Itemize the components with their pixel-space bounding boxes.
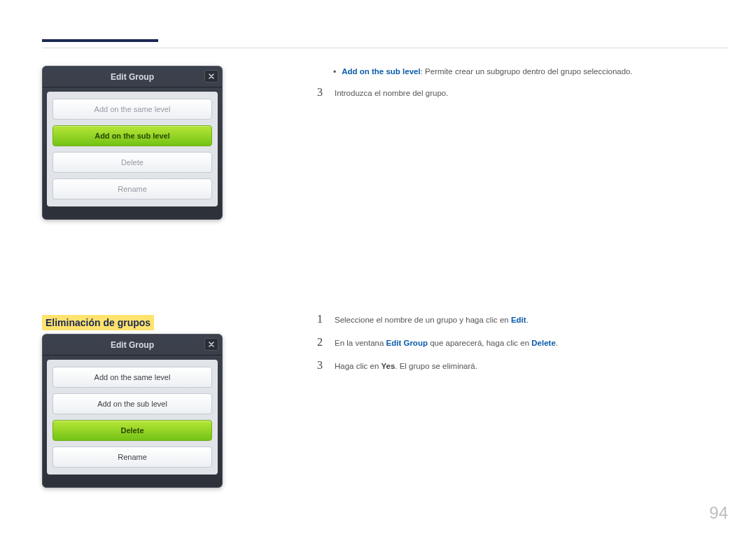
- close-button[interactable]: [204, 338, 218, 351]
- dialog-body: Add on the same level Add on the sub lev…: [47, 360, 218, 475]
- edit-group-dialog-delete: Edit Group Add on the same level Add on …: [42, 334, 223, 488]
- step-row-3: 3 Haga clic en Yes. El grupo se eliminar…: [315, 360, 721, 372]
- dialog-body: Add on the same level Add on the sub lev…: [47, 92, 218, 206]
- option-rename[interactable]: Rename: [52, 178, 212, 199]
- dialog-titlebar: Edit Group: [43, 66, 222, 87]
- page-number: 94: [709, 503, 728, 523]
- step-text: Introduzca el nombre del grupo.: [335, 87, 448, 99]
- dialog-title: Edit Group: [111, 72, 154, 82]
- t: que aparecerá, haga clic en: [428, 339, 531, 347]
- step-number: 3: [315, 360, 325, 371]
- option-add-sub-level[interactable]: Add on the sub level: [52, 393, 212, 414]
- step-text: Haga clic en Yes. El grupo se eliminará.: [335, 360, 477, 372]
- option-rename[interactable]: Rename: [52, 447, 212, 468]
- top-right-content: • Add on the sub level: Permite crear un…: [315, 67, 721, 110]
- option-add-same-level[interactable]: Add on the same level: [52, 99, 212, 120]
- option-add-same-level[interactable]: Add on the same level: [52, 367, 212, 388]
- t: Edit Group: [386, 339, 428, 347]
- step-row-3-top: 3 Introduzca el nombre del grupo.: [315, 87, 721, 99]
- step-number: 3: [315, 87, 325, 98]
- step-row-2: 2 En la ventana Edit Group que aparecerá…: [315, 337, 721, 349]
- bullet-add-sub-level: • Add on the sub level: Permite crear un…: [333, 67, 721, 77]
- header-divider: [42, 48, 728, 48]
- step-row-1: 1 Seleccione el nombre de un grupo y hag…: [315, 314, 721, 325]
- section-heading-elimination: Eliminación de grupos: [42, 315, 154, 330]
- t: .: [556, 339, 558, 347]
- edit-group-dialog-sub: Edit Group Add on the same level Add on …: [42, 66, 223, 220]
- option-delete[interactable]: Delete: [52, 420, 212, 441]
- t: Seleccione el nombre de un grupo y haga …: [335, 316, 511, 324]
- dialog-titlebar: Edit Group: [43, 335, 222, 356]
- close-icon: [209, 73, 214, 79]
- step-number: 1: [315, 314, 325, 325]
- t: Haga clic en: [335, 362, 381, 370]
- bullet-label: Add on the sub level: [342, 67, 420, 76]
- t: Delete: [531, 339, 556, 347]
- close-button[interactable]: [204, 70, 218, 83]
- dialog-title: Edit Group: [111, 340, 154, 350]
- t: . El grupo se eliminará.: [395, 362, 477, 370]
- header-accent-bar: [42, 39, 158, 42]
- option-add-sub-level[interactable]: Add on the sub level: [52, 125, 212, 146]
- bullet-rest: : Permite crear un subgrupo dentro del g…: [421, 67, 633, 76]
- step-text: Seleccione el nombre de un grupo y haga …: [335, 314, 528, 325]
- t: Edit: [511, 316, 526, 324]
- close-icon: [209, 342, 214, 347]
- step-number: 2: [315, 337, 325, 348]
- option-delete[interactable]: Delete: [52, 152, 212, 173]
- bullet-text: Add on the sub level: Permite crear un s…: [342, 67, 632, 76]
- bullet-icon: •: [333, 67, 336, 77]
- t: Yes: [381, 362, 395, 370]
- delete-steps: 1 Seleccione el nombre de un grupo y hag…: [315, 314, 721, 383]
- t: En la ventana: [335, 339, 386, 347]
- t: .: [526, 316, 528, 324]
- step-text: En la ventana Edit Group que aparecerá, …: [335, 337, 558, 349]
